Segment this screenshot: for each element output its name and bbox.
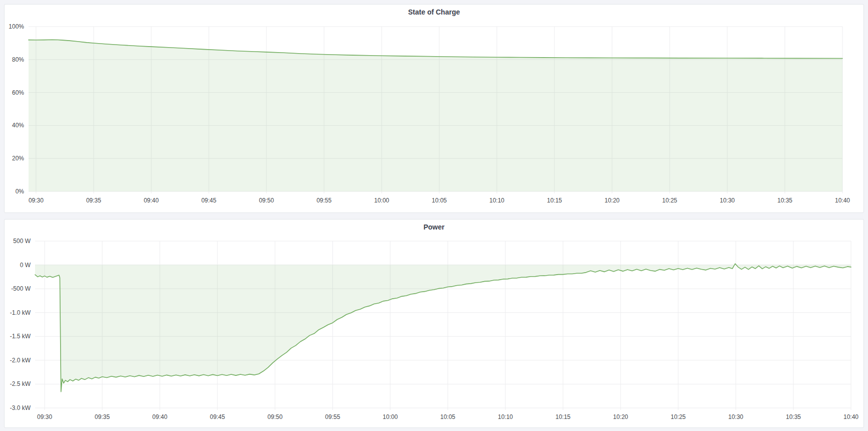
x-axis-tick-label: 09:55 (317, 197, 332, 204)
x-axis-tick-label: 09:30 (37, 413, 52, 420)
y-axis-tick-label: 60% (12, 89, 24, 96)
y-axis-tick-label: 40% (12, 122, 24, 129)
x-axis-tick-label: 10:20 (613, 413, 628, 420)
x-axis-tick-label: 09:40 (144, 197, 159, 204)
x-axis-tick-label: 09:35 (86, 197, 101, 204)
y-axis-tick-label: -1.5 kW (10, 333, 31, 340)
x-axis-tick-label: 09:45 (210, 413, 225, 420)
y-axis-tick-label: 500 W (13, 238, 31, 245)
series-area-fill (35, 264, 851, 391)
x-axis-tick-label: 10:00 (374, 197, 389, 204)
x-axis-tick-label: 10:15 (547, 197, 562, 204)
power-chart[interactable]: 09:3009:3509:4009:4509:5009:5510:0010:05… (35, 241, 851, 408)
y-axis-tick-label: 100% (9, 23, 24, 30)
y-axis-tick-label: 0% (16, 188, 24, 195)
x-axis-tick-label: 09:40 (152, 413, 167, 420)
x-axis-tick-label: 10:25 (671, 413, 686, 420)
x-axis-tick-label: 10:05 (432, 197, 447, 204)
y-axis-tick-label: -500 W (11, 285, 31, 292)
x-axis-tick-label: 09:35 (95, 413, 110, 420)
x-axis-tick-label: 09:30 (29, 197, 44, 204)
power-panel: Power 09:3009:3509:4009:4509:5009:5510:0… (4, 219, 864, 428)
x-axis-tick-label: 10:10 (498, 413, 513, 420)
x-axis-tick-label: 10:30 (720, 197, 735, 204)
x-axis-tick-label: 10:00 (383, 413, 398, 420)
x-axis-tick-label: 10:05 (440, 413, 455, 420)
x-axis-tick-label: 09:50 (267, 413, 282, 420)
dashboard-page: { "colors": { "page_bg": "#f3f4f8", "pan… (0, 0, 868, 431)
x-axis-tick-label: 10:30 (728, 413, 743, 420)
y-axis-tick-label: 0 W (20, 262, 31, 269)
state-of-charge-chart[interactable]: 09:3009:3509:4009:4509:5009:5510:0010:05… (29, 27, 842, 191)
x-axis-tick-label: 10:15 (555, 413, 570, 420)
y-axis-tick-label: -2.0 kW (10, 357, 31, 364)
x-axis-tick-label: 10:40 (835, 197, 850, 204)
chart-canvas (29, 27, 842, 191)
state-of-charge-panel-title[interactable]: State of Charge (5, 5, 863, 20)
y-axis-tick-label: -3.0 kW (10, 404, 31, 411)
series-area-fill (29, 40, 842, 191)
x-axis-tick-label: 10:40 (843, 413, 858, 420)
y-axis-tick-label: -1.0 kW (10, 309, 31, 316)
x-axis-tick-label: 09:45 (201, 197, 216, 204)
y-axis-tick-label: 20% (12, 155, 24, 162)
chart-canvas (35, 241, 851, 408)
x-axis-tick-label: 10:35 (786, 413, 801, 420)
power-panel-title[interactable]: Power (5, 220, 863, 235)
x-axis-tick-label: 09:50 (259, 197, 274, 204)
x-axis-tick-label: 10:35 (777, 197, 792, 204)
x-axis-tick-label: 10:25 (662, 197, 677, 204)
x-axis-tick-label: 10:10 (489, 197, 504, 204)
x-axis-tick-label: 09:55 (325, 413, 340, 420)
x-axis-tick-label: 10:20 (605, 197, 620, 204)
y-axis-tick-label: 80% (12, 56, 24, 63)
state-of-charge-panel: State of Charge 09:3009:3509:4009:4509:5… (4, 4, 864, 213)
y-axis-tick-label: -2.5 kW (10, 380, 31, 387)
